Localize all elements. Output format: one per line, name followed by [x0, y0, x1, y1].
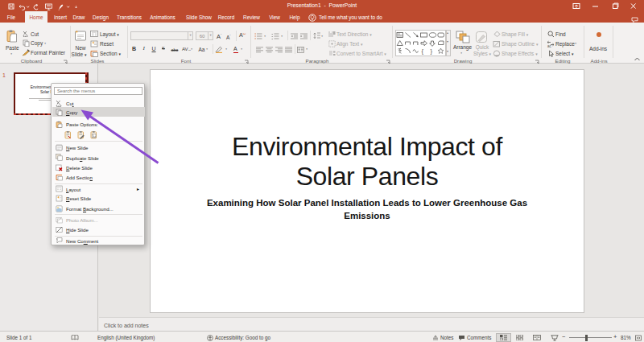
svg-text:}: } [431, 47, 433, 55]
svg-text:{: { [422, 47, 424, 55]
svg-text:ac: ac [547, 44, 552, 47]
